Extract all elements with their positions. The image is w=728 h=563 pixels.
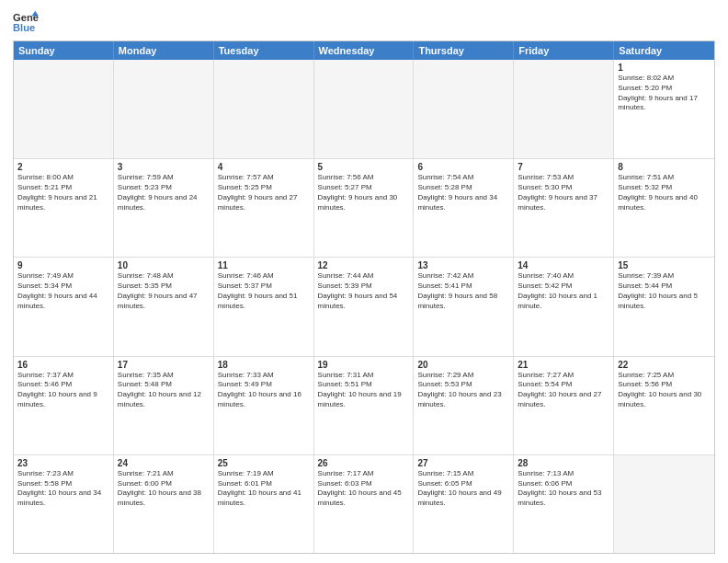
calendar-cell: 24Sunrise: 7:21 AM Sunset: 6:00 PM Dayli… [114, 455, 214, 553]
day-number: 5 [318, 162, 410, 172]
day-of-week-tuesday: Tuesday [214, 41, 314, 60]
calendar-row-2: 2Sunrise: 8:00 AM Sunset: 5:21 PM Daylig… [14, 158, 714, 257]
day-number: 21 [518, 360, 609, 370]
cell-info: Sunrise: 7:25 AM Sunset: 5:56 PM Dayligh… [618, 371, 711, 410]
svg-text:Blue: Blue [13, 22, 35, 33]
cell-info: Sunrise: 7:40 AM Sunset: 5:42 PM Dayligh… [518, 271, 609, 311]
day-of-week-wednesday: Wednesday [314, 41, 415, 60]
calendar-cell: 16Sunrise: 7:37 AM Sunset: 5:46 PM Dayli… [14, 357, 114, 454]
cell-info: Sunrise: 7:27 AM Sunset: 5:54 PM Dayligh… [518, 371, 609, 410]
day-number: 23 [17, 458, 109, 468]
calendar-cell: 6Sunrise: 7:54 AM Sunset: 5:28 PM Daylig… [414, 159, 514, 257]
day-number: 17 [118, 360, 210, 370]
calendar-cell: 4Sunrise: 7:57 AM Sunset: 5:25 PM Daylig… [214, 159, 314, 257]
calendar-cell [514, 60, 614, 158]
day-of-week-monday: Monday [114, 41, 214, 60]
calendar: SundayMondayTuesdayWednesdayThursdayFrid… [13, 40, 715, 554]
day-number: 18 [218, 360, 310, 370]
calendar-cell [314, 60, 415, 158]
cell-info: Sunrise: 7:21 AM Sunset: 6:00 PM Dayligh… [118, 469, 210, 509]
cell-info: Sunrise: 7:48 AM Sunset: 5:35 PM Dayligh… [118, 271, 210, 311]
day-number: 13 [417, 260, 509, 270]
cell-info: Sunrise: 7:37 AM Sunset: 5:46 PM Dayligh… [17, 371, 109, 410]
cell-info: Sunrise: 7:13 AM Sunset: 6:06 PM Dayligh… [518, 469, 609, 509]
day-number: 1 [618, 63, 711, 73]
calendar-cell: 19Sunrise: 7:31 AM Sunset: 5:51 PM Dayli… [314, 357, 415, 454]
cell-info: Sunrise: 7:33 AM Sunset: 5:49 PM Dayligh… [218, 371, 310, 410]
day-of-week-friday: Friday [514, 41, 614, 60]
day-number: 10 [118, 260, 210, 270]
cell-info: Sunrise: 7:42 AM Sunset: 5:41 PM Dayligh… [417, 271, 509, 311]
calendar-cell: 2Sunrise: 8:00 AM Sunset: 5:21 PM Daylig… [14, 159, 114, 257]
day-number: 15 [618, 260, 711, 270]
day-number: 11 [218, 260, 310, 270]
calendar-cell: 27Sunrise: 7:15 AM Sunset: 6:05 PM Dayli… [414, 455, 514, 553]
day-of-week-saturday: Saturday [614, 41, 714, 60]
cell-info: Sunrise: 7:59 AM Sunset: 5:23 PM Dayligh… [118, 173, 210, 213]
calendar-cell: 15Sunrise: 7:39 AM Sunset: 5:44 PM Dayli… [614, 258, 714, 355]
logo-icon: General Blue [13, 9, 39, 35]
day-number: 6 [417, 162, 509, 172]
cell-info: Sunrise: 7:29 AM Sunset: 5:53 PM Dayligh… [417, 371, 509, 410]
calendar-cell [214, 60, 314, 158]
calendar-cell: 9Sunrise: 7:49 AM Sunset: 5:34 PM Daylig… [14, 258, 114, 355]
calendar-row-4: 16Sunrise: 7:37 AM Sunset: 5:46 PM Dayli… [14, 356, 714, 454]
calendar-cell: 13Sunrise: 7:42 AM Sunset: 5:41 PM Dayli… [414, 258, 514, 355]
day-number: 4 [218, 162, 310, 172]
calendar-cell: 22Sunrise: 7:25 AM Sunset: 5:56 PM Dayli… [614, 357, 714, 454]
calendar-cell: 25Sunrise: 7:19 AM Sunset: 6:01 PM Dayli… [214, 455, 314, 553]
calendar-cell [414, 60, 514, 158]
calendar-row-1: 1Sunrise: 8:02 AM Sunset: 5:20 PM Daylig… [14, 60, 714, 158]
cell-info: Sunrise: 7:31 AM Sunset: 5:51 PM Dayligh… [318, 371, 410, 410]
calendar-cell: 28Sunrise: 7:13 AM Sunset: 6:06 PM Dayli… [514, 455, 614, 553]
calendar-row-3: 9Sunrise: 7:49 AM Sunset: 5:34 PM Daylig… [14, 257, 714, 355]
cell-info: Sunrise: 7:53 AM Sunset: 5:30 PM Dayligh… [518, 173, 609, 213]
cell-info: Sunrise: 7:56 AM Sunset: 5:27 PM Dayligh… [318, 173, 410, 213]
cell-info: Sunrise: 8:02 AM Sunset: 5:20 PM Dayligh… [618, 74, 711, 113]
day-number: 25 [218, 458, 310, 468]
day-number: 20 [417, 360, 509, 370]
cell-info: Sunrise: 7:44 AM Sunset: 5:39 PM Dayligh… [318, 271, 410, 311]
page-header: General Blue [13, 9, 715, 35]
day-number: 2 [17, 162, 109, 172]
calendar-cell: 7Sunrise: 7:53 AM Sunset: 5:30 PM Daylig… [514, 159, 614, 257]
cell-info: Sunrise: 7:39 AM Sunset: 5:44 PM Dayligh… [618, 271, 711, 311]
calendar-cell [114, 60, 214, 158]
cell-info: Sunrise: 7:51 AM Sunset: 5:32 PM Dayligh… [618, 173, 711, 213]
day-number: 19 [318, 360, 410, 370]
day-of-week-sunday: Sunday [14, 41, 114, 60]
calendar-cell: 1Sunrise: 8:02 AM Sunset: 5:20 PM Daylig… [614, 60, 714, 158]
cell-info: Sunrise: 7:17 AM Sunset: 6:03 PM Dayligh… [318, 469, 410, 509]
day-number: 24 [118, 458, 210, 468]
cell-info: Sunrise: 7:35 AM Sunset: 5:48 PM Dayligh… [118, 371, 210, 410]
calendar-cell: 5Sunrise: 7:56 AM Sunset: 5:27 PM Daylig… [314, 159, 415, 257]
calendar-row-5: 23Sunrise: 7:23 AM Sunset: 5:58 PM Dayli… [14, 454, 714, 553]
day-number: 12 [318, 260, 410, 270]
calendar-cell: 11Sunrise: 7:46 AM Sunset: 5:37 PM Dayli… [214, 258, 314, 355]
day-number: 8 [618, 162, 711, 172]
day-number: 14 [518, 260, 609, 270]
day-number: 7 [518, 162, 609, 172]
calendar-cell: 8Sunrise: 7:51 AM Sunset: 5:32 PM Daylig… [614, 159, 714, 257]
day-number: 28 [518, 458, 609, 468]
calendar-cell: 20Sunrise: 7:29 AM Sunset: 5:53 PM Dayli… [414, 357, 514, 454]
day-number: 3 [118, 162, 210, 172]
calendar-header: SundayMondayTuesdayWednesdayThursdayFrid… [14, 41, 714, 60]
day-of-week-thursday: Thursday [414, 41, 514, 60]
day-number: 16 [17, 360, 109, 370]
cell-info: Sunrise: 7:49 AM Sunset: 5:34 PM Dayligh… [17, 271, 109, 311]
calendar-cell [14, 60, 114, 158]
day-number: 9 [17, 260, 109, 270]
logo: General Blue [13, 9, 39, 35]
cell-info: Sunrise: 7:46 AM Sunset: 5:37 PM Dayligh… [218, 271, 310, 311]
calendar-cell: 3Sunrise: 7:59 AM Sunset: 5:23 PM Daylig… [114, 159, 214, 257]
calendar-cell: 21Sunrise: 7:27 AM Sunset: 5:54 PM Dayli… [514, 357, 614, 454]
cell-info: Sunrise: 7:54 AM Sunset: 5:28 PM Dayligh… [417, 173, 509, 213]
cell-info: Sunrise: 7:23 AM Sunset: 5:58 PM Dayligh… [17, 469, 109, 509]
cell-info: Sunrise: 7:15 AM Sunset: 6:05 PM Dayligh… [417, 469, 509, 509]
cell-info: Sunrise: 8:00 AM Sunset: 5:21 PM Dayligh… [17, 173, 109, 213]
calendar-cell [614, 455, 714, 553]
calendar-cell: 10Sunrise: 7:48 AM Sunset: 5:35 PM Dayli… [114, 258, 214, 355]
cell-info: Sunrise: 7:19 AM Sunset: 6:01 PM Dayligh… [218, 469, 310, 509]
day-number: 27 [417, 458, 509, 468]
